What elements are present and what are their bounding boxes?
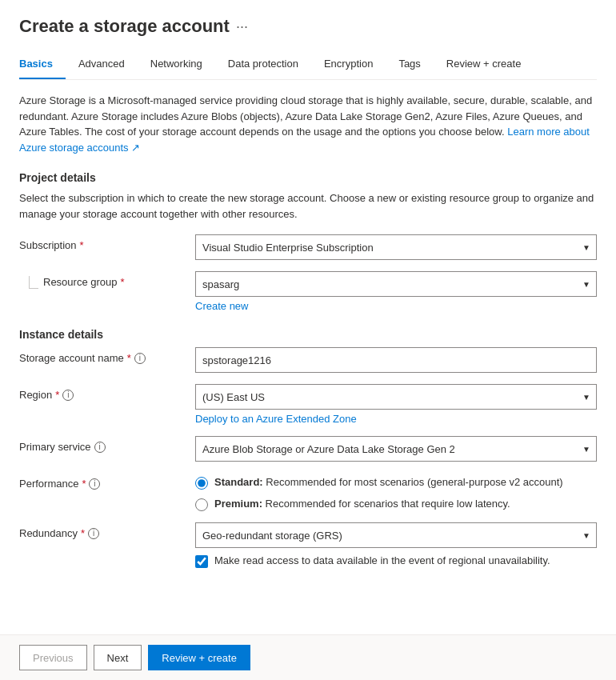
redundancy-select[interactable]: Geo-redundant storage (GRS) <box>195 522 597 548</box>
project-details-title: Project details <box>19 171 597 184</box>
region-select[interactable]: (US) East US <box>195 384 597 410</box>
page-title-row: Create a storage account ··· <box>19 16 597 37</box>
create-new-resource-group-link[interactable]: Create new <box>195 300 248 312</box>
redundancy-row: Redundancy * i Geo-redundant storage (GR… <box>19 522 597 568</box>
region-info-icon[interactable]: i <box>62 390 74 401</box>
subscription-row: Subscription * Visual Studio Enterprise … <box>19 234 597 260</box>
performance-label: Performance * i <box>19 478 195 490</box>
storage-account-name-input[interactable] <box>195 347 597 373</box>
storage-account-name-label-col: Storage account name * i <box>19 347 195 364</box>
redundancy-checkbox-row[interactable]: Make read access to data available in th… <box>195 554 597 568</box>
page-description: Azure Storage is a Microsoft-managed ser… <box>19 93 597 155</box>
performance-row: Performance * i Standard: Recommended fo… <box>19 473 597 511</box>
resource-group-required: * <box>121 276 125 288</box>
storage-account-name-label: Storage account name * i <box>19 352 195 364</box>
footer: Previous Next Review + create <box>0 634 616 680</box>
primary-service-label-col: Primary service i <box>19 436 195 453</box>
performance-premium-option[interactable]: Premium: Recommended for scenarios that … <box>195 498 597 511</box>
performance-standard-radio[interactable] <box>195 477 208 490</box>
review-create-button[interactable]: Review + create <box>148 645 250 670</box>
tab-encryption[interactable]: Encryption <box>311 50 386 79</box>
primary-service-select-wrapper: Azure Blob Storage or Azure Data Lake St… <box>195 436 597 462</box>
tab-review-create[interactable]: Review + create <box>434 50 534 79</box>
subscription-label: Subscription * <box>19 239 195 251</box>
resource-group-row: Resource group * spasarg ▼ Create new <box>19 271 597 312</box>
project-details-desc: Select the subscription in which to crea… <box>19 190 597 222</box>
primary-service-select[interactable]: Azure Blob Storage or Azure Data Lake St… <box>195 436 597 462</box>
primary-service-label: Primary service i <box>19 441 195 453</box>
performance-required: * <box>82 478 86 490</box>
performance-label-col: Performance * i <box>19 473 195 490</box>
subscription-required: * <box>80 239 84 251</box>
performance-standard-option[interactable]: Standard: Recommended for most scenarios… <box>195 476 597 490</box>
page-title: Create a storage account <box>19 16 230 37</box>
primary-service-control: Azure Blob Storage or Azure Data Lake St… <box>195 436 597 462</box>
indent-line <box>29 276 38 289</box>
project-details-section: Project details Select the subscription … <box>19 171 597 312</box>
storage-name-info-icon[interactable]: i <box>134 353 146 364</box>
primary-service-row: Primary service i Azure Blob Storage or … <box>19 436 597 462</box>
performance-radio-group: Standard: Recommended for most scenarios… <box>195 473 597 511</box>
region-row: Region * i (US) East US ▼ Deploy to an A… <box>19 384 597 425</box>
tab-basics[interactable]: Basics <box>19 50 66 79</box>
subscription-select[interactable]: Visual Studio Enterprise Subscription <box>195 234 597 260</box>
redundancy-label-col: Redundancy * i <box>19 522 195 539</box>
redundancy-control: Geo-redundant storage (GRS) ▼ Make read … <box>195 522 597 568</box>
instance-details-title: Instance details <box>19 328 597 341</box>
redundancy-checkbox[interactable] <box>195 555 208 568</box>
deploy-extended-zone-link[interactable]: Deploy to an Azure Extended Zone <box>195 413 357 425</box>
redundancy-label: Redundancy * i <box>19 527 195 539</box>
redundancy-checkbox-label: Make read access to data available in th… <box>214 554 550 566</box>
page-container: Create a storage account ··· Basics Adva… <box>0 0 616 680</box>
previous-button[interactable]: Previous <box>19 645 87 670</box>
region-label: Region * i <box>19 389 195 401</box>
main-content: Create a storage account ··· Basics Adva… <box>0 0 616 634</box>
performance-info-icon[interactable]: i <box>89 478 100 490</box>
storage-name-required: * <box>127 352 131 364</box>
instance-details-section: Instance details Storage account name * … <box>19 328 597 568</box>
region-control: (US) East US ▼ Deploy to an Azure Extend… <box>195 384 597 425</box>
redundancy-info-icon[interactable]: i <box>88 528 99 539</box>
title-ellipsis: ··· <box>236 18 248 35</box>
resource-group-control: spasarg ▼ Create new <box>195 271 597 312</box>
resource-group-select[interactable]: spasarg <box>195 271 597 297</box>
next-button[interactable]: Next <box>94 645 142 670</box>
region-select-wrapper: (US) East US ▼ <box>195 384 597 410</box>
redundancy-select-wrapper: Geo-redundant storage (GRS) ▼ <box>195 522 597 548</box>
tab-advanced[interactable]: Advanced <box>66 50 138 79</box>
resource-group-select-wrapper: spasarg ▼ <box>195 271 597 297</box>
redundancy-required: * <box>81 527 85 539</box>
tab-networking[interactable]: Networking <box>138 50 215 79</box>
tab-tags[interactable]: Tags <box>386 50 433 79</box>
performance-control: Standard: Recommended for most scenarios… <box>195 473 597 511</box>
storage-account-name-control <box>195 347 597 373</box>
tabs-nav: Basics Advanced Networking Data protecti… <box>19 50 597 80</box>
tab-data-protection[interactable]: Data protection <box>215 50 311 79</box>
primary-service-info-icon[interactable]: i <box>94 442 106 453</box>
external-link-icon: ↗ <box>131 142 140 154</box>
region-required: * <box>55 389 59 401</box>
region-label-col: Region * i <box>19 384 195 401</box>
resource-group-label: Resource group * <box>43 276 125 288</box>
performance-premium-radio[interactable] <box>195 498 208 511</box>
storage-account-name-row: Storage account name * i <box>19 347 597 373</box>
subscription-control: Visual Studio Enterprise Subscription ▼ <box>195 234 597 260</box>
subscription-select-wrapper: Visual Studio Enterprise Subscription ▼ <box>195 234 597 260</box>
subscription-label-col: Subscription * <box>19 234 195 251</box>
